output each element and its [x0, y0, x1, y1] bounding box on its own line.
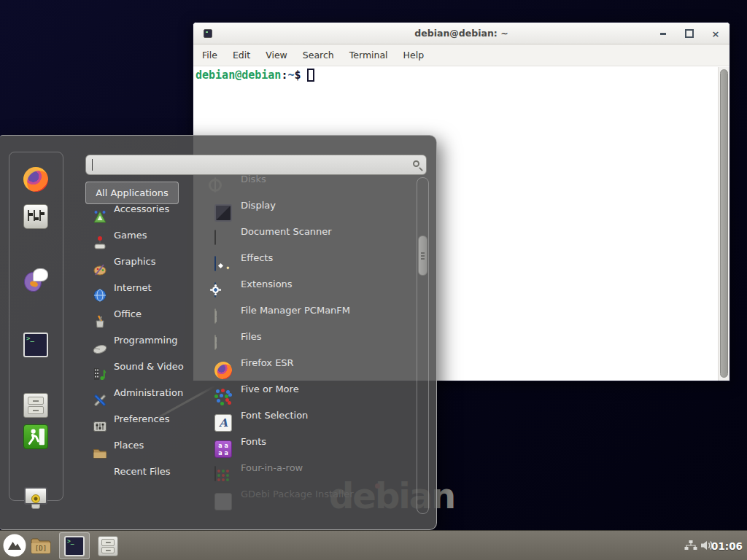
firefox-icon — [214, 362, 232, 379]
app-label: Five or More — [241, 384, 299, 394]
internet-icon — [92, 287, 108, 303]
taskbar-clock[interactable]: 01:06 — [711, 531, 743, 560]
effects-icon — [214, 256, 216, 271]
category-label: Sound & Video — [114, 361, 184, 372]
disks-icon — [214, 177, 216, 192]
places-icon — [92, 445, 108, 461]
category-games[interactable]: Games — [85, 230, 206, 256]
menu-scrollbar-track[interactable] — [417, 177, 429, 514]
document-scanner-icon — [214, 230, 216, 245]
category-label: Administration — [114, 387, 183, 398]
app-row-gdebi[interactable]: GDebi Package Installer — [208, 489, 414, 515]
app-row-display[interactable]: Display — [208, 200, 414, 226]
lock-screen-icon[interactable] — [23, 486, 48, 510]
app-row-files[interactable]: Files — [208, 331, 414, 357]
terminal-scrollbar[interactable] — [718, 67, 729, 381]
category-label: Internet — [114, 282, 152, 293]
accessories-icon — [92, 209, 108, 225]
app-row-firefox-esr[interactable]: Firefox ESR — [208, 357, 414, 384]
app-row-file-manager[interactable]: File Manager PCManFM — [208, 305, 414, 331]
category-places[interactable]: Places — [85, 440, 206, 466]
search-icon — [413, 160, 419, 167]
preferences-icon — [92, 419, 108, 435]
office-icon — [92, 314, 108, 330]
pidgin-beak — [29, 280, 39, 287]
app-label: Fonts — [241, 436, 266, 447]
terminal-title: debian@debian: ~ — [193, 28, 729, 39]
category-label: Graphics — [114, 256, 155, 267]
category-programming[interactable]: Programming — [85, 335, 206, 361]
app-label: Document Scanner — [241, 226, 332, 237]
close-icon[interactable]: × — [711, 28, 721, 39]
font-selection-icon — [214, 414, 232, 432]
four-in-a-row-icon — [214, 466, 216, 481]
svg-text:[D]: [D] — [35, 545, 47, 552]
sound-video-icon — [92, 366, 108, 382]
logout-icon[interactable] — [23, 424, 48, 449]
menu-edit[interactable]: Edit — [233, 50, 250, 61]
extensions-icon — [214, 282, 216, 298]
category-graphics[interactable]: Graphics — [85, 256, 206, 282]
menu-view[interactable]: View — [266, 50, 287, 61]
category-administration[interactable]: Administration — [85, 387, 206, 413]
app-row-document-scanner[interactable]: Document Scanner — [208, 226, 414, 252]
minimize-icon[interactable] — [658, 28, 668, 39]
app-row-font-selection[interactable]: Font Selection — [208, 410, 414, 436]
app-label: Files — [241, 331, 262, 342]
app-row-disks[interactable]: Disks — [208, 174, 414, 200]
menu-search[interactable]: Search — [303, 50, 334, 61]
category-internet[interactable]: Internet — [85, 282, 206, 308]
category-recent-files[interactable]: Recent Files — [85, 466, 206, 492]
category-sound-video[interactable]: Sound & Video — [85, 361, 206, 387]
terminal-window-button[interactable] — [59, 532, 90, 559]
window-controls: × — [658, 23, 721, 44]
desktop-screen: debian debian@debian: ~ × File Edit View… — [0, 0, 747, 560]
all-applications-button[interactable]: All Applications — [85, 182, 179, 204]
category-accessories[interactable]: Accessories — [85, 203, 206, 230]
app-row-effects[interactable]: Effects — [208, 252, 414, 279]
app-row-extensions[interactable]: Extensions — [208, 279, 414, 305]
programming-icon — [92, 340, 108, 356]
network-icon[interactable] — [684, 540, 697, 551]
pidgin-icon[interactable] — [23, 268, 48, 292]
app-label: Font Selection — [241, 410, 308, 421]
terminal-scrollbar-thumb[interactable] — [720, 69, 728, 378]
terminal-titlebar[interactable]: debian@debian: ~ × — [193, 23, 729, 44]
category-office[interactable]: Office — [85, 308, 206, 335]
taskbar: [D] 01:06 — [0, 530, 747, 560]
category-preferences[interactable]: Preferences — [85, 413, 206, 440]
category-label: Accessories — [114, 203, 169, 214]
category-label: Recent Files — [114, 466, 171, 477]
all-applications-label: All Applications — [96, 187, 169, 198]
app-label: Four-in-a-row — [241, 462, 303, 473]
text-caret — [92, 159, 93, 171]
app-row-five-or-more[interactable]: Five or More — [208, 384, 414, 410]
prompt-symbol: $ — [294, 69, 301, 82]
maximize-icon[interactable] — [684, 28, 694, 39]
menu-button[interactable] — [3, 534, 26, 557]
menu-help[interactable]: Help — [403, 50, 425, 61]
terminal-icon[interactable] — [23, 332, 48, 357]
category-label: Preferences — [114, 413, 169, 424]
control-panel-icon[interactable] — [23, 204, 48, 229]
firefox-icon[interactable] — [23, 167, 48, 192]
category-label: Places — [114, 440, 144, 451]
fonts-icon — [214, 440, 232, 458]
folder-d-button[interactable]: [D] — [29, 534, 53, 557]
app-label: Extensions — [241, 279, 293, 289]
gdebi-icon — [214, 493, 232, 510]
app-label: File Manager PCManFM — [241, 305, 350, 316]
padlock-icon — [31, 494, 40, 503]
menu-scrollbar-thumb[interactable] — [418, 236, 427, 276]
menu-file[interactable]: File — [202, 50, 217, 61]
application-menu: All Applications Accessories Games Graph… — [0, 135, 437, 530]
graphics-icon — [92, 261, 108, 277]
category-label: Games — [114, 230, 147, 241]
file-manager-icon[interactable] — [23, 393, 48, 418]
app-row-fonts[interactable]: Fonts — [208, 436, 414, 462]
terminal-menubar: File Edit View Search Terminal Help — [193, 44, 729, 66]
menu-terminal[interactable]: Terminal — [349, 50, 388, 61]
search-input[interactable] — [85, 155, 427, 175]
file-manager-button[interactable] — [98, 536, 118, 556]
app-row-four-in-a-row[interactable]: Four-in-a-row — [208, 462, 414, 489]
